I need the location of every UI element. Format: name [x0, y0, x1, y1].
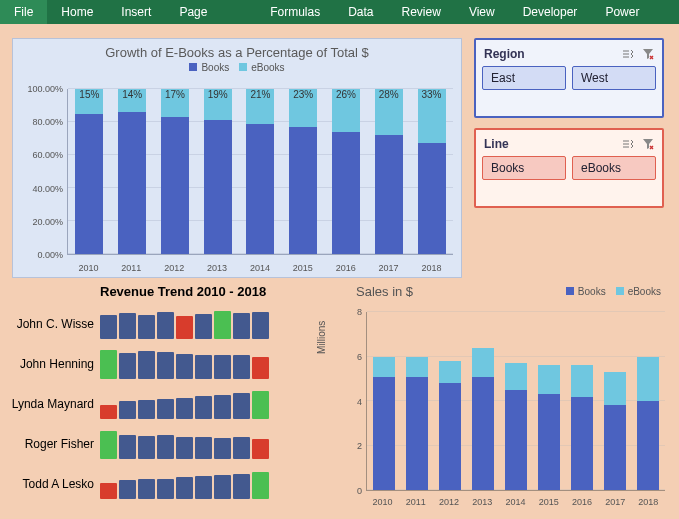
xtick: 2015: [293, 263, 313, 273]
data-label: 33%: [418, 89, 446, 101]
xtick: 2016: [336, 263, 356, 273]
sparkline: [100, 429, 269, 459]
spark-bar: [157, 399, 174, 419]
spark-bar: [138, 479, 155, 499]
data-label: 26%: [332, 89, 360, 101]
spark-bar: [214, 311, 231, 339]
trend-row: Todd A Lesko: [6, 464, 306, 504]
sales-bar: [637, 357, 659, 491]
spark-bar: [233, 313, 250, 339]
ribbon-tab-review[interactable]: Review: [388, 0, 455, 24]
trend-rows: John C. WisseJohn HenningLynda MaynardRo…: [6, 304, 306, 504]
trend-row: John C. Wisse: [6, 304, 306, 344]
spark-bar: [119, 435, 136, 459]
growth-bar: 28%: [375, 89, 403, 254]
trend-title: Revenue Trend 2010 - 2018: [100, 284, 266, 299]
ribbon-tab-view[interactable]: View: [455, 0, 509, 24]
spark-bar: [252, 391, 269, 419]
sales-bar: [373, 357, 395, 490]
growth-bar: 33%: [418, 89, 446, 254]
clear-filter-icon[interactable]: [640, 46, 656, 62]
ribbon-tab-data[interactable]: Data: [334, 0, 387, 24]
spark-bar: [138, 315, 155, 339]
growth-bar: 23%: [289, 89, 317, 254]
spark-bar: [252, 439, 269, 459]
spark-bar: [119, 480, 136, 499]
ribbon-tab-insert[interactable]: Insert: [107, 0, 165, 24]
spark-bar: [252, 357, 269, 379]
ribbon-tab-file[interactable]: File: [0, 0, 47, 24]
spark-bar: [252, 472, 269, 499]
slicer-line-item-ebooks[interactable]: eBooks: [572, 156, 656, 180]
trend-row: Roger Fisher: [6, 424, 306, 464]
data-label: 15%: [75, 89, 103, 101]
slicer-region-item-west[interactable]: West: [572, 66, 656, 90]
spark-bar: [100, 483, 117, 499]
sales-bar: [604, 372, 626, 490]
spark-bar: [214, 475, 231, 499]
spark-bar: [138, 400, 155, 419]
ribbon-tab-formulas[interactable]: Formulas: [256, 0, 334, 24]
sparkline: [100, 349, 269, 379]
xtick: 2012: [439, 497, 459, 507]
spark-bar: [100, 350, 117, 379]
xtick: 2016: [572, 497, 592, 507]
ytick: 2: [357, 441, 362, 451]
clear-filter-icon[interactable]: [640, 136, 656, 152]
growth-bar: 15%: [75, 89, 103, 254]
xtick: 2011: [406, 497, 426, 507]
slicer-region-title: Region: [484, 47, 525, 61]
ytick: 80.00%: [32, 117, 63, 127]
spark-bar: [233, 474, 250, 499]
spark-bar: [214, 355, 231, 379]
trend-row: Lynda Maynard: [6, 384, 306, 424]
ytick: 20.00%: [32, 217, 63, 227]
xtick: 2012: [164, 263, 184, 273]
ribbon-tab-home[interactable]: Home: [47, 0, 107, 24]
multiselect-icon[interactable]: [620, 46, 636, 62]
trend-row: John Henning: [6, 344, 306, 384]
spark-bar: [195, 396, 212, 419]
growth-yaxis: 0.00%20.00%40.00%60.00%80.00%100.00%: [19, 89, 65, 255]
xtick: 2010: [78, 263, 98, 273]
ribbon-tab-power-pivot[interactable]: Power Pivot: [591, 0, 679, 24]
ytick: 0: [357, 486, 362, 496]
legend-ebooks: eBooks: [616, 286, 661, 297]
xtick: 2017: [605, 497, 625, 507]
ribbon-tab-developer[interactable]: Developer: [509, 0, 592, 24]
sales-plot: [366, 312, 665, 491]
person-name: Lynda Maynard: [6, 397, 100, 411]
slicer-line[interactable]: Line BookseBooks: [474, 128, 664, 208]
slicer-line-item-books[interactable]: Books: [482, 156, 566, 180]
dashboard-canvas: Growth of E-Books as a Percentage of Tot…: [0, 24, 679, 519]
spark-bar: [157, 352, 174, 379]
spark-bar: [176, 437, 193, 459]
person-name: Todd A Lesko: [6, 477, 100, 491]
ytick: 8: [357, 307, 362, 317]
legend-ebooks: eBooks: [239, 62, 284, 73]
sparkline: [100, 309, 269, 339]
spark-bar: [195, 355, 212, 379]
growth-bar: 21%: [246, 89, 274, 254]
xtick: 2017: [379, 263, 399, 273]
spark-bar: [214, 438, 231, 459]
xtick: 2014: [505, 497, 525, 507]
slicer-region-item-east[interactable]: East: [482, 66, 566, 90]
spark-bar: [176, 316, 193, 339]
spark-bar: [138, 351, 155, 379]
spark-bar: [138, 436, 155, 459]
xtick: 2018: [421, 263, 441, 273]
growth-plot: 15%14%17%19%21%23%26%28%33%: [67, 89, 453, 255]
ytick: 40.00%: [32, 184, 63, 194]
spark-bar: [233, 437, 250, 459]
sales-ylabel: Millions: [316, 321, 327, 354]
slicer-region[interactable]: Region EastWest: [474, 38, 664, 118]
sales-bar: [472, 348, 494, 490]
spark-bar: [214, 395, 231, 419]
spark-bar: [119, 401, 136, 419]
multiselect-icon[interactable]: [620, 136, 636, 152]
ribbon-tab-page-layout[interactable]: Page Layout: [165, 0, 256, 24]
spark-bar: [195, 314, 212, 339]
spark-bar: [100, 315, 117, 339]
sparkline: [100, 389, 269, 419]
